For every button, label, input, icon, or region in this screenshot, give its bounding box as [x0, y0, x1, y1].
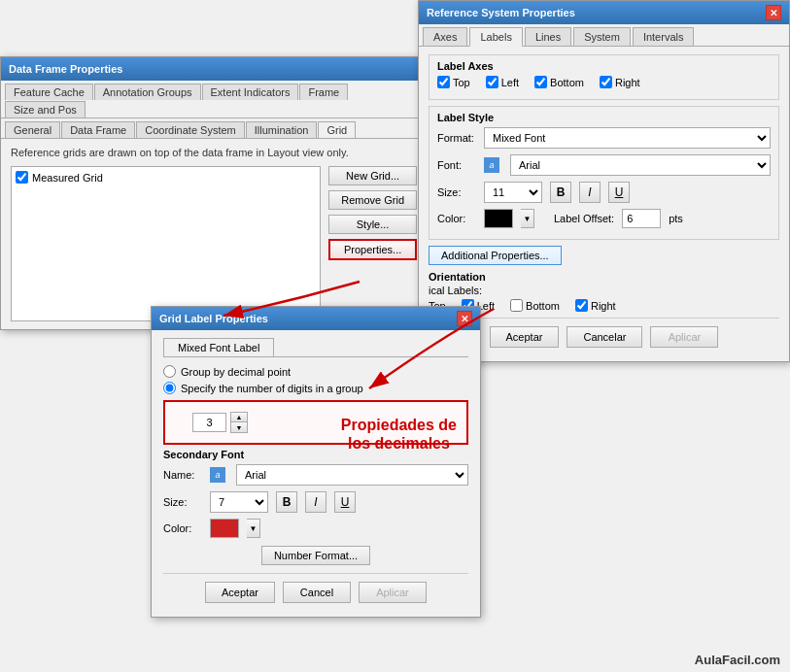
tab-feature-cache[interactable]: Feature Cache [5, 84, 93, 100]
tab-intervals[interactable]: Intervals [633, 27, 695, 46]
remove-grid-button[interactable]: Remove Grid [328, 190, 417, 210]
sf-color-dropdown-button[interactable]: ▼ [247, 519, 260, 538]
bottom-checkbox[interactable] [534, 76, 547, 88]
glp-content: Mixed Font Label Group by decimal point … [152, 330, 480, 617]
font-select[interactable]: Arial [510, 154, 771, 176]
sf-bold-button[interactable]: B [276, 491, 297, 513]
annotation-text: Propiedades delos decimales [341, 416, 457, 453]
sf-font-icon: a [210, 467, 225, 483]
orientation-section: Orientation ical Labels: Top Left Bottom… [429, 271, 779, 312]
sf-color-row: Color: ▼ [163, 519, 468, 538]
orient-bottom-checkbox[interactable] [510, 299, 523, 312]
top-checkbox[interactable] [437, 76, 450, 88]
rsp-aceptar-button[interactable]: Aceptar [490, 326, 560, 348]
tab-axes[interactable]: Axes [423, 27, 467, 46]
glp-dialog-buttons: Aceptar Cancel Aplicar [163, 573, 468, 609]
tab-system[interactable]: System [573, 27, 631, 46]
font-icon: a [484, 157, 499, 173]
vertical-labels-label: ical Labels: [429, 285, 779, 296]
font-row: Font: a Arial [437, 154, 771, 176]
number-format-button[interactable]: Number Format... [261, 546, 370, 565]
sf-size-select[interactable]: 7 [210, 491, 268, 513]
tab-frame[interactable]: Frame [299, 84, 348, 100]
dfp-title: Data Frame Properties [9, 63, 122, 75]
color-swatch[interactable] [484, 209, 513, 228]
dfp-subtitle: Reference grids are drawn on top of the … [11, 147, 417, 158]
secondary-font-section: Secondary Font Name: a Arial Size: 7 B I… [163, 449, 468, 538]
label-axes-section: Label Axes Top Left Bottom Right [429, 54, 779, 100]
label-style-section: Label Style Format: Mixed Font Font: a A… [429, 106, 779, 240]
sf-color-label: Color: [163, 522, 202, 534]
sf-size-label: Size: [163, 496, 202, 508]
data-frame-properties-window: Data Frame Properties Feature Cache Anno… [0, 56, 428, 330]
format-select[interactable]: Mixed Font [484, 127, 771, 149]
grid-label-properties-dialog: Grid Label Properties ✕ Mixed Font Label… [151, 306, 481, 618]
sf-italic-button[interactable]: I [305, 491, 326, 513]
decimal-point-radio[interactable] [163, 365, 176, 378]
sf-color-swatch[interactable] [210, 519, 239, 538]
measured-grid-checkbox[interactable] [16, 171, 28, 184]
decimal-point-label: Group by decimal point [181, 366, 291, 378]
radio-group: Group by decimal point Specify the numbe… [163, 365, 468, 394]
watermark: AulaFacil.com [695, 653, 780, 667]
measured-grid-label: Measured Grid [32, 172, 103, 184]
underline-button[interactable]: U [608, 182, 630, 203]
tab-labels[interactable]: Labels [469, 27, 522, 47]
tab-annotation-groups[interactable]: Annotation Groups [94, 84, 201, 100]
digits-spinner-input[interactable] [192, 413, 226, 432]
spinner-buttons: ▲ ▼ [230, 412, 248, 433]
rsp-cancelar-button[interactable]: Cancelar [567, 326, 642, 348]
rsp-close-button[interactable]: ✕ [766, 5, 781, 20]
orient-bottom-label: Bottom [526, 300, 560, 312]
left-checkbox[interactable] [486, 76, 498, 88]
new-grid-button[interactable]: New Grid... [328, 166, 417, 185]
rsp-title: Reference System Properties [427, 7, 575, 18]
sf-underline-button[interactable]: U [334, 491, 356, 513]
grid-list: Measured Grid [11, 166, 321, 321]
properties-button[interactable]: Properties... [328, 239, 417, 260]
tab-general[interactable]: General [5, 121, 60, 138]
size-label: Size: [437, 186, 476, 198]
bottom-label: Bottom [550, 77, 584, 88]
rsp-aplicar-button[interactable]: Aplicar [650, 326, 718, 348]
tab-coordinate-system[interactable]: Coordinate System [136, 121, 245, 138]
dfp-content: Reference grids are drawn on top of the … [1, 139, 427, 329]
sf-name-label: Name: [163, 469, 202, 481]
orient-right-checkbox[interactable] [575, 299, 588, 312]
rsp-tab-strip: Axes Labels Lines System Intervals [419, 24, 789, 47]
size-select[interactable]: 11 [484, 182, 542, 203]
label-offset-label: Label Offset: [554, 213, 614, 224]
glp-aplicar-button[interactable]: Aplicar [359, 582, 427, 603]
color-row: Color: ▼ Label Offset: pts [437, 209, 771, 228]
tab-lines[interactable]: Lines [525, 27, 571, 46]
orient-right-label: Right [591, 300, 616, 312]
sf-name-row: Name: a Arial [163, 464, 468, 486]
sf-name-select[interactable]: Arial [236, 464, 468, 486]
pts-label: pts [669, 213, 683, 224]
glp-cancelar-button[interactable]: Cancel [283, 582, 351, 603]
right-checkbox[interactable] [600, 76, 612, 88]
spinner-down-button[interactable]: ▼ [231, 422, 247, 432]
glp-aceptar-button[interactable]: Aceptar [205, 582, 275, 603]
mixed-font-label-tab[interactable]: Mixed Font Label [163, 338, 274, 356]
additional-properties-button[interactable]: Additional Properties... [429, 246, 562, 265]
tab-illumination[interactable]: Illumination [246, 121, 318, 138]
tab-grid[interactable]: Grid [318, 121, 356, 138]
glp-close-button[interactable]: ✕ [457, 311, 472, 326]
color-dropdown-button[interactable]: ▼ [521, 209, 534, 228]
right-checkbox-item: Right [600, 76, 640, 88]
spinner-up-button[interactable]: ▲ [231, 413, 247, 422]
style-button[interactable]: Style... [328, 215, 417, 234]
tab-data-frame[interactable]: Data Frame [61, 121, 135, 138]
italic-button[interactable]: I [579, 182, 601, 203]
right-label: Right [615, 77, 640, 88]
tab-extent-indicators[interactable]: Extent Indicators [202, 84, 299, 100]
label-axes-checkboxes: Top Left Bottom Right [437, 76, 771, 88]
dfp-tabs-row1: Feature Cache Annotation Groups Extent I… [1, 81, 427, 118]
glp-tab-strip: Mixed Font Label [163, 338, 468, 357]
glp-titlebar: Grid Label Properties ✕ [152, 307, 480, 330]
label-offset-input[interactable] [622, 209, 661, 228]
tab-size-pos[interactable]: Size and Pos [5, 101, 86, 118]
bold-button[interactable]: B [550, 182, 571, 203]
specify-digits-radio[interactable] [163, 382, 176, 394]
